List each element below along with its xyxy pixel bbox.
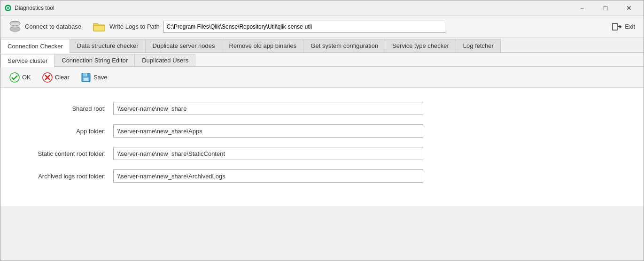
- tab-get-system-configuration[interactable]: Get system configuration: [303, 39, 385, 52]
- write-logs-path-input[interactable]: [163, 21, 445, 33]
- connect-label: Connect to database: [25, 23, 81, 30]
- clear-icon: [42, 72, 53, 83]
- connect-to-database-button[interactable]: Connect to database: [4, 18, 85, 36]
- svg-point-2: [7, 7, 9, 9]
- exit-button[interactable]: Exit: [607, 20, 640, 34]
- tab-connection-checker[interactable]: Connection Checker: [0, 39, 70, 53]
- tab-remove-old-app-binaries[interactable]: Remove old app binaries: [222, 39, 304, 52]
- svg-point-5: [10, 27, 20, 31]
- app-folder-row: App folder:: [19, 124, 625, 138]
- shared-root-input[interactable]: [113, 102, 423, 115]
- database-icon: [8, 20, 22, 34]
- archived-logs-row: Archived logs root folder:: [19, 169, 625, 183]
- save-icon: [81, 72, 91, 83]
- ok-button[interactable]: OK: [4, 70, 36, 85]
- exit-icon: [612, 22, 622, 32]
- toolbar: Connect to database Write Logs to Path E…: [0, 15, 644, 38]
- tab-bar-2: Service cluster Connection String Editor…: [0, 53, 644, 67]
- app-folder-label: App folder:: [19, 128, 113, 135]
- clear-button[interactable]: Clear: [37, 70, 75, 85]
- tab-service-cluster[interactable]: Service cluster: [0, 54, 54, 67]
- tab-duplicate-server-nodes[interactable]: Duplicate server nodes: [146, 39, 222, 52]
- exit-label: Exit: [625, 23, 635, 30]
- tab-duplicated-users[interactable]: Duplicated Users: [135, 54, 195, 66]
- title-bar-controls: − □ ✕: [571, 0, 640, 15]
- app-icon: [4, 4, 12, 12]
- app-folder-input[interactable]: [113, 124, 423, 138]
- write-logs-label: Write Logs to Path: [109, 23, 160, 30]
- shared-root-row: Shared root:: [19, 102, 625, 115]
- svg-rect-17: [86, 74, 87, 76]
- static-content-label: Static content root folder:: [19, 150, 113, 157]
- window-title: Diagnostics tool: [15, 5, 54, 11]
- save-button[interactable]: Save: [76, 70, 113, 85]
- ok-label: OK: [22, 74, 31, 81]
- title-bar: Diagnostics tool − □ ✕: [0, 0, 644, 15]
- minimize-button[interactable]: −: [571, 0, 593, 15]
- main-content: Shared root: App folder: Static content …: [0, 88, 644, 206]
- tab-log-fetcher[interactable]: Log fetcher: [456, 39, 501, 52]
- tab-service-type-checker[interactable]: Service type checker: [385, 39, 456, 52]
- close-button[interactable]: ✕: [618, 0, 640, 15]
- ok-icon: [9, 72, 20, 83]
- svg-rect-16: [84, 78, 88, 81]
- svg-rect-7: [613, 23, 617, 30]
- archived-logs-label: Archived logs root folder:: [19, 173, 113, 180]
- archived-logs-input[interactable]: [113, 169, 423, 183]
- maximize-button[interactable]: □: [595, 0, 616, 15]
- title-bar-left: Diagnostics tool: [4, 4, 54, 12]
- folder-icon: [93, 22, 106, 32]
- svg-point-9: [10, 73, 19, 82]
- tab-connection-string-editor[interactable]: Connection String Editor: [54, 54, 135, 66]
- tab-data-structure-checker[interactable]: Data structure checker: [70, 39, 146, 52]
- shared-root-label: Shared root:: [19, 105, 113, 112]
- static-content-input[interactable]: [113, 147, 423, 160]
- write-logs-section: Write Logs to Path: [93, 21, 599, 33]
- clear-label: Clear: [55, 74, 70, 81]
- save-label: Save: [93, 74, 108, 81]
- tab-bar-1: Connection Checker Data structure checke…: [0, 38, 644, 53]
- action-toolbar: OK Clear Save: [0, 67, 644, 88]
- static-content-row: Static content root folder:: [19, 147, 625, 160]
